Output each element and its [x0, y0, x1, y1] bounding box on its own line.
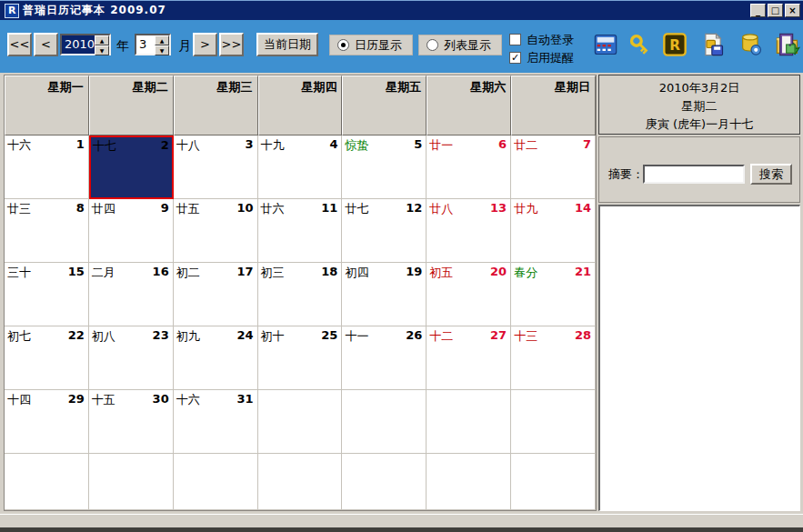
calendar-cell-26[interactable]: 十一26	[342, 326, 427, 390]
calendar-cell-9[interactable]: 廿四9	[89, 199, 174, 263]
key-icon[interactable]	[627, 32, 653, 57]
day-number: 12	[406, 201, 422, 215]
lunar-label: 十八	[176, 137, 200, 154]
lunar-label: 十六	[7, 137, 31, 154]
day-number: 1	[76, 137, 85, 151]
lunar-label: 初五	[429, 265, 453, 281]
lunar-label: 廿三	[7, 201, 31, 217]
calendar-cell-2[interactable]: 十七2	[89, 136, 174, 199]
save-file-icon[interactable]	[700, 32, 726, 57]
today-button[interactable]: 当前日期	[256, 33, 318, 56]
calendar-cell-11[interactable]: 廿六11	[258, 199, 343, 263]
summary-search-input[interactable]	[643, 165, 745, 184]
month-spin-arrows[interactable]: ▲ ▼	[155, 35, 169, 54]
calendar-cell-empty[interactable]	[5, 454, 89, 510]
calendar-cell-24[interactable]: 初九24	[174, 326, 258, 390]
calendar-cell-30[interactable]: 十五30	[89, 390, 174, 454]
month-spin-up-icon[interactable]: ▲	[155, 35, 169, 45]
calendar-cell-10[interactable]: 廿五10	[174, 199, 258, 263]
window-bottom-edge	[0, 527, 803, 532]
lunar-label: 十六	[176, 392, 200, 408]
calendar-cell-empty[interactable]	[427, 454, 511, 510]
checkbox-checked-icon[interactable]: ✓	[509, 52, 521, 64]
calendar-cell-8[interactable]: 廿三8	[5, 199, 89, 263]
calendar-cell-14[interactable]: 廿九14	[511, 199, 596, 263]
month-value[interactable]: 3	[136, 35, 155, 54]
year-spinner[interactable]: 2010 ▲ ▼	[60, 34, 111, 55]
exit-door-icon[interactable]	[776, 32, 801, 57]
summary-label: 摘要：	[608, 166, 644, 183]
calendar-cell-3[interactable]: 十八3	[174, 136, 258, 199]
app-logo-icon[interactable]: R	[662, 32, 688, 57]
close-button[interactable]: ×	[785, 4, 800, 17]
calendar-cell-16[interactable]: 二月16	[89, 263, 174, 326]
calendar-cell-25[interactable]: 初十25	[258, 326, 343, 390]
calendar-cell-5[interactable]: 惊蛰5	[342, 136, 427, 199]
day-number: 29	[68, 392, 85, 406]
calendar-cell-21[interactable]: 春分21	[511, 263, 596, 326]
year-spin-up-icon[interactable]: ▲	[95, 35, 109, 45]
year-spin-down-icon[interactable]: ▼	[95, 45, 109, 55]
maximize-button[interactable]: □	[768, 4, 783, 17]
month-spin-down-icon[interactable]: ▼	[155, 45, 169, 55]
calendar-cell-27[interactable]: 十二27	[427, 326, 511, 390]
auto-login-checkbox[interactable]: 自动登录	[509, 32, 574, 47]
year-value[interactable]: 2010	[62, 35, 95, 54]
titlebar: R 普瑞日历记事本 2009.07 _ □ ×	[0, 0, 803, 20]
radio-list-view[interactable]: 列表显示	[418, 35, 502, 55]
calculator-icon[interactable]	[593, 32, 618, 57]
search-panel: 摘要： 搜索	[598, 136, 800, 203]
calendar-cell-29[interactable]: 十四29	[5, 390, 89, 454]
calendar-cell-19[interactable]: 初四19	[342, 263, 427, 326]
calendar-cell-15[interactable]: 三十15	[5, 263, 89, 326]
toolbar: << < 2010 ▲ ▼ 年 3 ▲ ▼ 月 > >> 当前日期 日历显示	[0, 20, 803, 73]
calendar-cell-12[interactable]: 廿七12	[342, 199, 427, 263]
lunar-label: 初四	[345, 265, 368, 281]
next-year-button[interactable]: >>	[219, 33, 244, 56]
next-month-button[interactable]: >	[193, 33, 217, 56]
calendar-cell-20[interactable]: 初五20	[427, 263, 511, 326]
radio-calendar-view[interactable]: 日历显示	[329, 35, 413, 55]
weekday-header: 星期三	[174, 75, 258, 136]
minimize-button[interactable]: _	[750, 4, 766, 17]
month-spinner[interactable]: 3 ▲ ▼	[135, 34, 171, 55]
weekday-header: 星期一	[5, 75, 89, 136]
calendar-cell-7[interactable]: 廿二7	[511, 136, 596, 199]
calendar-cell-13[interactable]: 廿八13	[427, 199, 511, 263]
calendar-cell-1[interactable]: 十六1	[5, 136, 89, 199]
calendar-cell-28[interactable]: 十三28	[511, 326, 596, 390]
database-settings-icon[interactable]	[738, 32, 764, 57]
checkbox-unchecked-icon[interactable]	[509, 34, 521, 45]
lunar-label: 十四	[7, 392, 31, 408]
enable-reminder-checkbox[interactable]: ✓ 启用提醒	[509, 50, 574, 65]
calendar-cell-empty[interactable]	[511, 454, 596, 510]
calendar-cell-empty[interactable]	[258, 390, 343, 454]
year-spin-arrows[interactable]: ▲ ▼	[95, 35, 109, 54]
calendar-cell-4[interactable]: 十九4	[258, 136, 343, 199]
calendar-cell-empty[interactable]	[174, 454, 258, 510]
calendar-cell-22[interactable]: 初七22	[5, 326, 89, 390]
lunar-label: 十一	[345, 328, 368, 345]
calendar-cell-empty[interactable]	[258, 454, 343, 510]
prev-year-button[interactable]: <<	[7, 33, 32, 56]
calendar-cell-23[interactable]: 初八23	[89, 326, 174, 390]
lunar-label: 廿七	[345, 201, 368, 217]
lunar-label: 廿五	[176, 201, 200, 217]
calendar-cell-empty[interactable]	[342, 454, 427, 510]
window-title: 普瑞日历记事本 2009.07	[23, 3, 166, 18]
note-textarea[interactable]	[598, 205, 800, 511]
lunar-label: 惊蛰	[345, 137, 368, 154]
prev-month-button[interactable]: <	[34, 33, 58, 56]
month-label: 月	[178, 38, 191, 55]
calendar-cell-17[interactable]: 初二17	[174, 263, 258, 326]
calendar-cell-empty[interactable]	[427, 390, 511, 454]
calendar-cell-empty[interactable]	[342, 390, 427, 454]
calendar-cell-empty[interactable]	[511, 390, 596, 454]
calendar-cell-6[interactable]: 廿一6	[427, 136, 511, 199]
calendar-cell-empty[interactable]	[89, 454, 174, 510]
search-button[interactable]: 搜索	[750, 164, 792, 185]
calendar-cell-31[interactable]: 十六31	[174, 390, 258, 454]
day-number: 10	[236, 201, 253, 215]
weekday-header: 星期日	[511, 75, 596, 136]
calendar-cell-18[interactable]: 初三18	[258, 263, 343, 326]
